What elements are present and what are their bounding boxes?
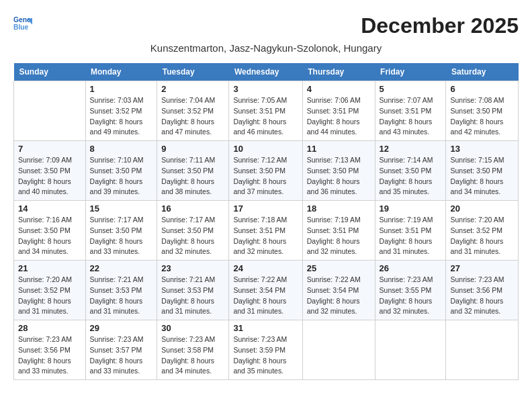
calendar-cell [14,81,86,141]
day-number: 30 [161,323,224,333]
sunset-text: Sunset: 3:50 PM [90,226,153,236]
day-number: 12 [380,144,442,154]
sunset-text: Sunset: 3:52 PM [161,106,224,117]
day-number: 11 [307,144,371,154]
day-number: 17 [233,203,298,214]
sunrise-text: Sunrise: 7:17 AM [90,215,153,226]
weekday-header: Thursday [302,63,375,81]
daylight-text-line2: and 40 minutes. [18,187,81,197]
daylight-text-line1: Daylight: 8 hours [380,236,442,247]
calendar-cell: 19Sunrise: 7:19 AMSunset: 3:51 PMDayligh… [375,201,446,261]
logo: General Blue [13,13,35,32]
day-number: 13 [450,144,514,154]
day-info: Sunrise: 7:23 AMSunset: 3:56 PMDaylight:… [18,334,81,377]
day-number: 26 [380,263,442,273]
day-info: Sunrise: 7:23 AMSunset: 3:59 PMDaylight:… [233,334,298,377]
daylight-text-line2: and 34 minutes. [450,187,514,197]
calendar-cell: 9Sunrise: 7:11 AMSunset: 3:50 PMDaylight… [157,141,229,201]
sunset-text: Sunset: 3:55 PM [380,285,442,296]
sunrise-text: Sunrise: 7:19 AM [307,215,371,226]
sunset-text: Sunset: 3:54 PM [233,285,298,296]
day-number: 4 [307,84,371,94]
calendar-cell: 21Sunrise: 7:20 AMSunset: 3:52 PMDayligh… [14,261,86,320]
daylight-text-line1: Daylight: 8 hours [161,236,224,247]
sunrise-text: Sunrise: 7:08 AM [450,95,514,106]
sunrise-text: Sunrise: 7:21 AM [90,275,153,285]
sunset-text: Sunset: 3:50 PM [18,166,81,177]
sunrise-text: Sunrise: 7:23 AM [161,334,224,345]
daylight-text-line1: Daylight: 8 hours [450,236,514,247]
daylight-text-line1: Daylight: 8 hours [380,177,442,187]
calendar-cell: 2Sunrise: 7:04 AMSunset: 3:52 PMDaylight… [157,81,229,141]
daylight-text-line2: and 32 minutes. [307,306,371,317]
sunset-text: Sunset: 3:50 PM [18,226,81,236]
sunrise-text: Sunrise: 7:03 AM [90,95,153,106]
daylight-text-line2: and 35 minutes. [233,366,298,377]
daylight-text-line2: and 43 minutes. [380,127,442,138]
daylight-text-line1: Daylight: 8 hours [18,177,81,187]
sunrise-text: Sunrise: 7:23 AM [233,334,298,345]
daylight-text-line2: and 37 minutes. [233,187,298,197]
sunrise-text: Sunrise: 7:23 AM [18,334,81,345]
sunset-text: Sunset: 3:50 PM [450,106,514,117]
day-number: 16 [161,203,224,214]
weekday-header: Tuesday [157,63,229,81]
sunset-text: Sunset: 3:56 PM [450,285,514,296]
day-number: 24 [233,263,298,273]
day-info: Sunrise: 7:23 AMSunset: 3:56 PMDaylight:… [450,275,514,317]
sunset-text: Sunset: 3:59 PM [233,345,298,356]
day-number: 7 [18,144,81,154]
calendar-cell: 18Sunrise: 7:19 AMSunset: 3:51 PMDayligh… [302,201,375,261]
sunrise-text: Sunrise: 7:14 AM [380,155,442,166]
sunset-text: Sunset: 3:50 PM [307,166,371,177]
calendar-cell: 17Sunrise: 7:18 AMSunset: 3:51 PMDayligh… [229,201,302,261]
day-number: 3 [233,84,298,94]
sunrise-text: Sunrise: 7:23 AM [380,275,442,285]
daylight-text-line2: and 49 minutes. [90,127,153,138]
daylight-text-line2: and 31 minutes. [18,306,81,317]
daylight-text-line1: Daylight: 8 hours [307,236,371,247]
day-info: Sunrise: 7:11 AMSunset: 3:50 PMDaylight:… [161,155,224,197]
day-number: 29 [90,323,153,333]
sunrise-text: Sunrise: 7:16 AM [18,215,81,226]
calendar-cell: 25Sunrise: 7:22 AMSunset: 3:54 PMDayligh… [302,261,375,320]
daylight-text-line1: Daylight: 8 hours [233,117,298,128]
calendar-cell: 4Sunrise: 7:06 AMSunset: 3:51 PMDaylight… [302,81,375,141]
sunrise-text: Sunrise: 7:20 AM [18,275,81,285]
calendar-cell: 22Sunrise: 7:21 AMSunset: 3:53 PMDayligh… [85,261,157,320]
sunrise-text: Sunrise: 7:12 AM [233,155,298,166]
day-info: Sunrise: 7:18 AMSunset: 3:51 PMDaylight:… [233,215,298,257]
day-info: Sunrise: 7:17 AMSunset: 3:50 PMDaylight:… [90,215,153,257]
sunset-text: Sunset: 3:52 PM [90,106,153,117]
calendar-cell: 6Sunrise: 7:08 AMSunset: 3:50 PMDaylight… [446,81,519,141]
sunrise-text: Sunrise: 7:04 AM [161,95,224,106]
day-info: Sunrise: 7:03 AMSunset: 3:52 PMDaylight:… [90,95,153,138]
daylight-text-line1: Daylight: 8 hours [450,296,514,307]
daylight-text-line2: and 31 minutes. [90,306,153,317]
page-title: December 2025 [361,13,519,38]
page-subtitle: Kunszentmarton, Jasz-Nagykun-Szolonok, H… [13,42,519,54]
sunset-text: Sunset: 3:56 PM [18,345,81,356]
calendar-cell: 13Sunrise: 7:15 AMSunset: 3:50 PMDayligh… [446,141,519,201]
day-number: 9 [161,144,224,154]
day-number: 5 [380,84,442,94]
daylight-text-line1: Daylight: 8 hours [450,177,514,187]
day-info: Sunrise: 7:10 AMSunset: 3:50 PMDaylight:… [90,155,153,197]
calendar-cell: 24Sunrise: 7:22 AMSunset: 3:54 PMDayligh… [229,261,302,320]
daylight-text-line1: Daylight: 8 hours [307,296,371,307]
sunset-text: Sunset: 3:52 PM [18,285,81,296]
daylight-text-line1: Daylight: 8 hours [450,117,514,128]
calendar-cell: 20Sunrise: 7:20 AMSunset: 3:52 PMDayligh… [446,201,519,261]
calendar-cell: 16Sunrise: 7:17 AMSunset: 3:50 PMDayligh… [157,201,229,261]
calendar-cell: 28Sunrise: 7:23 AMSunset: 3:56 PMDayligh… [14,320,86,380]
sunrise-text: Sunrise: 7:23 AM [90,334,153,345]
daylight-text-line1: Daylight: 8 hours [90,177,153,187]
daylight-text-line2: and 38 minutes. [161,187,224,197]
day-number: 18 [307,203,371,214]
daylight-text-line1: Daylight: 8 hours [18,236,81,247]
day-number: 25 [307,263,371,273]
daylight-text-line1: Daylight: 8 hours [233,296,298,307]
sunrise-text: Sunrise: 7:06 AM [307,95,371,106]
day-info: Sunrise: 7:17 AMSunset: 3:50 PMDaylight:… [161,215,224,257]
sunrise-text: Sunrise: 7:13 AM [307,155,371,166]
